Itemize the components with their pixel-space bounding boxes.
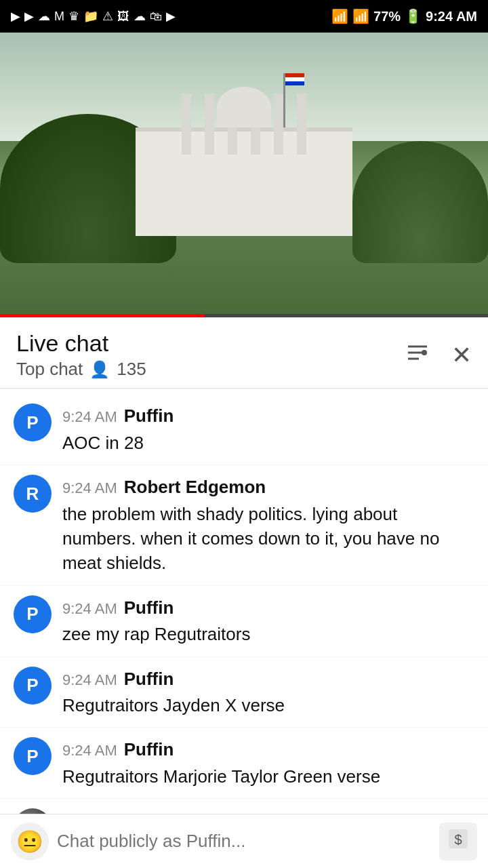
- signal-icon: 📶: [352, 8, 369, 24]
- svg-point-4: [422, 350, 427, 355]
- chat-message: P 9:24 AM Puffin zee my rap Regutraitors: [0, 586, 488, 657]
- video-progress-bar[interactable]: [0, 314, 488, 317]
- column-5: [274, 94, 283, 155]
- battery-percent: 77%: [373, 9, 401, 24]
- image-icon: 🖼: [117, 9, 129, 24]
- cloud-icon: ☁: [38, 9, 50, 24]
- svg-text:$: $: [454, 832, 462, 847]
- chat-message: P 9:24 AM Puffin Regutraitors Jayden X v…: [0, 657, 488, 728]
- chat-title: Live chat: [16, 331, 146, 356]
- column-2: [205, 94, 214, 155]
- message-content: 9:24 AM Puffin Regutraitors Jayden X ver…: [62, 667, 474, 718]
- video-trees-right: [352, 141, 488, 263]
- video-progress-fill: [0, 314, 205, 317]
- message-text: the problem with shady politics. lying a…: [62, 502, 474, 576]
- avatar: R: [14, 475, 52, 513]
- avatar: P: [14, 737, 52, 775]
- chat-message: P 9:24 AM Puffin Regutraitors Marjorie T…: [0, 728, 488, 799]
- filter-button[interactable]: [405, 340, 430, 370]
- avatar: P: [14, 595, 52, 633]
- folder-icon: 📁: [83, 9, 98, 24]
- close-button[interactable]: ✕: [451, 341, 472, 370]
- cloud2-icon: ☁: [134, 9, 146, 24]
- clock: 9:24 AM: [426, 9, 477, 24]
- message-text: zee my rap Regutraitors: [62, 622, 474, 646]
- column-1: [182, 94, 191, 155]
- battery-icon: 🔋: [405, 8, 422, 24]
- message-text: Regutraitors Marjorie Taylor Green verse: [62, 764, 474, 789]
- message-content: 9:24 AM Puffin zee my rap Regutraitors: [62, 595, 474, 647]
- youtube2-icon: ▶: [24, 9, 34, 24]
- flag: [285, 73, 304, 85]
- message-text: AOC in 28: [62, 431, 474, 455]
- chat-message: P 9:24 AM Puffin AOC in 28: [0, 394, 488, 465]
- viewer-count: 135: [117, 359, 146, 380]
- warning-icon: ⚠: [102, 9, 113, 24]
- chat-input[interactable]: [57, 824, 431, 859]
- viewer-count-icon: 👤: [89, 360, 110, 379]
- message-content: 9:24 AM Robert Edgemon the problem with …: [62, 475, 474, 576]
- video-building: [136, 127, 352, 236]
- message-meta: 9:24 AM Puffin: [62, 737, 474, 762]
- message-author: Robert Edgemon: [124, 475, 266, 499]
- chat-subtitle: Top chat 👤 135: [16, 359, 146, 380]
- message-author: Puffin: [124, 595, 174, 620]
- wifi-icon: 📶: [331, 8, 348, 24]
- emoji-button[interactable]: 😐: [11, 823, 49, 861]
- message-content: 9:24 AM Puffin AOC in 28: [62, 403, 474, 455]
- message-meta: 9:24 AM Puffin: [62, 667, 474, 691]
- building-dome: [217, 87, 271, 127]
- top-chat-label[interactable]: Top chat: [16, 359, 83, 380]
- message-meta: 9:24 AM Robert Edgemon: [62, 475, 474, 499]
- chat-header-left: Live chat Top chat 👤 135: [16, 331, 146, 380]
- video-player[interactable]: [0, 33, 488, 317]
- message-time: 9:24 AM: [62, 478, 117, 499]
- smiley-icon: 😐: [16, 829, 43, 854]
- chat-message: R 9:24 AM Robert Edgemon the problem wit…: [0, 465, 488, 586]
- message-time: 9:24 AM: [62, 670, 117, 691]
- mail-icon: M: [54, 9, 64, 24]
- send-icon: $: [446, 827, 470, 856]
- message-meta: 9:24 AM Puffin: [62, 595, 474, 620]
- chat-messages-list: P 9:24 AM Puffin AOC in 28 R 9:24 AM Rob…: [0, 389, 488, 868]
- message-author: Puffin: [124, 737, 174, 762]
- status-right: 📶 📶 77% 🔋 9:24 AM: [331, 8, 477, 24]
- column-6: [297, 94, 306, 155]
- youtube-icon: ▶: [11, 9, 20, 24]
- message-time: 9:24 AM: [62, 741, 117, 762]
- bag-icon: 🛍: [150, 9, 162, 24]
- chat-input-bar: 😐 $: [0, 814, 488, 868]
- message-time: 9:24 AM: [62, 599, 117, 620]
- message-author: Puffin: [124, 403, 174, 428]
- message-meta: 9:24 AM Puffin: [62, 403, 474, 428]
- message-text: Regutraitors Jayden X verse: [62, 693, 474, 717]
- message-author: Puffin: [124, 667, 174, 691]
- status-icons-left: ▶ ▶ ☁ M ♛ 📁 ⚠ 🖼 ☁ 🛍 ▶: [11, 9, 176, 24]
- chat-header: Live chat Top chat 👤 135 ✕: [0, 317, 488, 389]
- message-time: 9:24 AM: [62, 407, 117, 428]
- message-content: 9:24 AM Puffin Regutraitors Marjorie Tay…: [62, 737, 474, 789]
- play-icon: ▶: [166, 9, 176, 24]
- avatar: P: [14, 403, 52, 441]
- avatar: P: [14, 667, 52, 705]
- chat-header-right: ✕: [405, 340, 472, 370]
- send-button[interactable]: $: [439, 823, 477, 861]
- status-bar: ▶ ▶ ☁ M ♛ 📁 ⚠ 🖼 ☁ 🛍 ▶ 📶 📶 77% 🔋 9:24 AM: [0, 0, 488, 33]
- crown-icon: ♛: [68, 9, 79, 24]
